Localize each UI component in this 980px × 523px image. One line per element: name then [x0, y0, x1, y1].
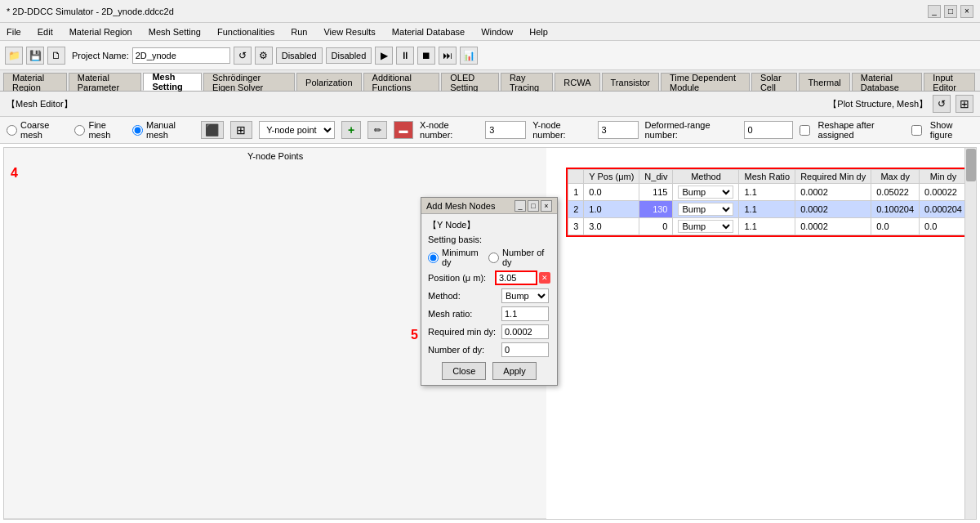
- menu-file[interactable]: File: [3, 26, 24, 38]
- x-node-input[interactable]: [485, 121, 526, 139]
- title-bar-left: * 2D-DDCC Simulator - 2D_ynode.ddcc2d: [7, 7, 174, 16]
- cell-ypos: 1.0: [584, 201, 639, 218]
- min-dy-radio[interactable]: [428, 253, 439, 263]
- minimize-button[interactable]: _: [928, 5, 941, 18]
- save-button[interactable]: 💾: [26, 47, 44, 65]
- main-scrollbar[interactable]: [964, 148, 976, 519]
- title-bar-controls[interactable]: _ □ ×: [928, 5, 973, 18]
- project-name-input[interactable]: [132, 47, 230, 64]
- method-dropdown[interactable]: Bump Linear: [678, 203, 733, 216]
- edit-node-button[interactable]: ✏: [368, 121, 387, 139]
- y-node-label: Y-node number:: [532, 120, 590, 140]
- coarse-mesh-radio[interactable]: [7, 125, 17, 136]
- cell-method[interactable]: Bump Linear: [673, 201, 739, 218]
- table-row[interactable]: 3 3.0 0 Bump Linear 1.1 0.0002 0.0 0.0: [568, 218, 968, 235]
- app-title: * 2D-DDCC Simulator - 2D_ynode.ddcc2d: [7, 7, 174, 16]
- plot-structure-label: 【Plot Structure, Mesh】: [828, 98, 928, 110]
- manual-mesh-radio[interactable]: [132, 125, 143, 136]
- menu-material-database[interactable]: Material Database: [389, 26, 468, 38]
- req-min-dy-input[interactable]: [501, 324, 549, 339]
- menu-run[interactable]: Run: [287, 26, 310, 38]
- coarse-mesh-radio-group[interactable]: Coarse mesh: [7, 120, 68, 140]
- menu-functionalities[interactable]: Functionalities: [214, 26, 278, 38]
- tab-oled-setting[interactable]: OLED Setting: [441, 73, 499, 91]
- play-button[interactable]: ▶: [375, 47, 393, 65]
- position-input[interactable]: [495, 270, 537, 285]
- cell-index: 1: [568, 184, 584, 201]
- tab-additional-functions[interactable]: Additional Functions: [363, 73, 440, 91]
- tab-transistor[interactable]: Transistor: [602, 73, 660, 91]
- num-dy-input[interactable]: [501, 342, 549, 357]
- method-dropdown[interactable]: Bump Linear: [678, 220, 733, 233]
- chart-button[interactable]: 📊: [460, 47, 478, 65]
- tab-time-dependent[interactable]: Time Dependent Module: [661, 73, 750, 91]
- table-wrapper: Y Pos (μm) N_div Method Mesh Ratio Requi…: [566, 168, 969, 237]
- tab-rcwa[interactable]: RCWA: [555, 73, 599, 91]
- close-button[interactable]: Close: [442, 362, 486, 380]
- stop-button[interactable]: ⏹: [417, 47, 435, 65]
- tab-material-region[interactable]: Material Region: [3, 73, 67, 91]
- apply-button[interactable]: Apply: [492, 362, 537, 380]
- menu-material-region[interactable]: Material Region: [66, 26, 136, 38]
- setting-basis-label: Setting basis:: [428, 235, 550, 244]
- tab-mesh-setting[interactable]: Mesh Setting: [143, 73, 202, 91]
- show-figure-checkbox[interactable]: [911, 125, 922, 136]
- cell-method[interactable]: Bump Linear: [673, 218, 739, 235]
- grid-icon[interactable]: ⊞: [956, 95, 973, 113]
- grid-btn[interactable]: ⊞: [230, 121, 253, 139]
- tab-material-parameter[interactable]: Material Parameter: [69, 73, 142, 91]
- fine-mesh-label: Fine mesh: [88, 120, 126, 140]
- fine-mesh-radio[interactable]: [74, 125, 85, 136]
- manual-mesh-radio-group[interactable]: Manual mesh: [132, 120, 194, 140]
- menu-edit[interactable]: Edit: [34, 26, 56, 38]
- menu-help[interactable]: Help: [526, 26, 551, 38]
- close-button[interactable]: ×: [960, 5, 973, 18]
- refresh-icon[interactable]: ↺: [933, 95, 951, 113]
- mesh-ratio-input[interactable]: [501, 306, 549, 321]
- method-dropdown[interactable]: Bump Linear: [678, 186, 733, 199]
- maximize-button[interactable]: □: [944, 5, 957, 18]
- menu-window[interactable]: Window: [478, 26, 516, 38]
- dialog-minimize-button[interactable]: _: [514, 200, 526, 212]
- pause-button[interactable]: ⏸: [396, 47, 414, 65]
- cell-req-min-dy: 0.0002: [795, 184, 871, 201]
- node-type-dropdown[interactable]: Y-node point X-node point: [259, 121, 335, 139]
- table-row[interactable]: 1 0.0 115 Bump Linear 1.1 0.0002 0.05022…: [568, 184, 968, 201]
- num-dy-radio[interactable]: [488, 253, 499, 263]
- dialog-close-button[interactable]: ×: [541, 200, 552, 212]
- tab-thermal[interactable]: Thermal: [799, 73, 849, 91]
- add-node-button[interactable]: +: [341, 121, 361, 139]
- settings-button[interactable]: ⚙: [255, 47, 273, 65]
- new-button[interactable]: 🗋: [47, 47, 65, 65]
- dialog-maximize-button[interactable]: □: [528, 200, 539, 212]
- delete-node-button[interactable]: ▬: [394, 121, 413, 139]
- mesh-editor-label: 【Mesh Editor】: [7, 98, 73, 110]
- tab-ray-tracing[interactable]: Ray Tracing: [501, 73, 553, 91]
- tab-input-editor[interactable]: Input Editor: [924, 73, 975, 91]
- fast-forward-button[interactable]: ⏭: [439, 47, 457, 65]
- clear-position-button[interactable]: ✕: [539, 272, 550, 284]
- menu-view-results[interactable]: View Results: [320, 26, 378, 38]
- fine-mesh-radio-group[interactable]: Fine mesh: [74, 120, 126, 140]
- table-row[interactable]: 2 1.0 130 Bump Linear 1.1 0.0002 0.10020…: [568, 201, 968, 218]
- method-select[interactable]: Bump Linear: [501, 288, 549, 303]
- cell-method[interactable]: Bump Linear: [673, 184, 739, 201]
- cell-ndiv: 115: [639, 184, 673, 201]
- cell-max-dy: 0.100204: [871, 201, 920, 218]
- deformed-input[interactable]: [744, 121, 793, 139]
- menu-mesh-setting[interactable]: Mesh Setting: [145, 26, 204, 38]
- scroll-thumb[interactable]: [966, 149, 976, 181]
- dialog-title-controls[interactable]: _ □ ×: [514, 200, 552, 212]
- tab-schrodinger[interactable]: Schrödinger Eigen Solver: [203, 73, 295, 91]
- open-folder-button[interactable]: 📁: [5, 47, 23, 65]
- tab-material-database[interactable]: Material Database: [852, 73, 923, 91]
- tab-solar-cell[interactable]: Solar Cell: [751, 73, 797, 91]
- reshape-checkbox[interactable]: [800, 125, 810, 136]
- cell-mesh-ratio: 1.1: [739, 184, 795, 201]
- refresh-button[interactable]: ↺: [234, 47, 252, 65]
- tab-polarization[interactable]: Polarization: [296, 73, 361, 91]
- mesh-ratio-label: Mesh ratio:: [428, 309, 501, 319]
- col-header-ypos: Y Pos (μm): [584, 170, 639, 184]
- mesh-icon-btn[interactable]: ⬛: [201, 121, 224, 139]
- y-node-input[interactable]: [598, 121, 639, 139]
